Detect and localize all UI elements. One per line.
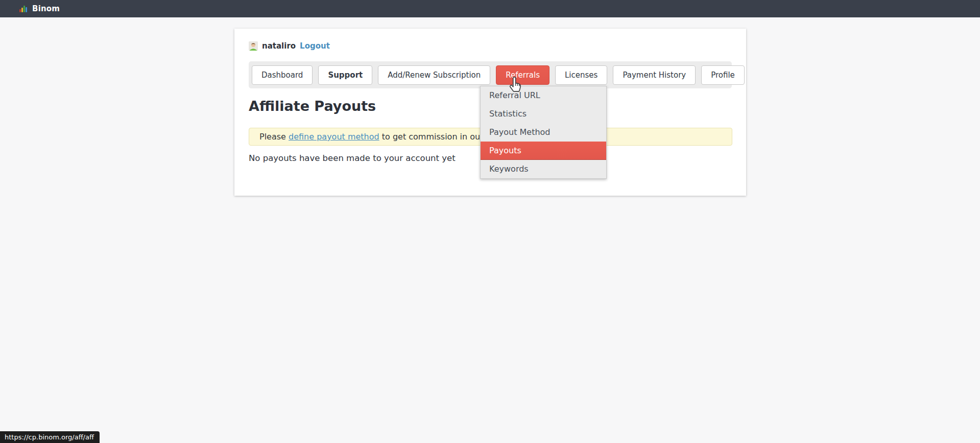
status-bar-url: https://cp.binom.org/aff/aff <box>0 431 100 443</box>
menu-item-keywords[interactable]: Keywords <box>481 160 606 178</box>
user-row: nataliro Logout <box>249 41 330 51</box>
notice-text-prefix: Please <box>259 132 289 142</box>
menu-item-payout-method[interactable]: Payout Method <box>481 123 606 142</box>
nav-tabs: DashboardSupportAdd/Renew SubscriptionRe… <box>249 61 732 88</box>
tab-profile[interactable]: Profile <box>701 65 745 85</box>
tab-referrals[interactable]: Referrals <box>496 65 549 85</box>
content-card: nataliro Logout DashboardSupportAdd/Rene… <box>234 29 746 196</box>
tab-add-renew-subscription[interactable]: Add/Renew Subscription <box>378 65 490 85</box>
binom-logo-barchart-icon <box>19 6 27 12</box>
topbar: Binom <box>0 0 980 17</box>
logout-link[interactable]: Logout <box>300 41 330 51</box>
menu-item-referral-url[interactable]: Referral URL <box>481 86 606 105</box>
empty-payouts-message: No payouts have been made to your accoun… <box>249 153 456 163</box>
define-payout-method-link[interactable]: define payout method <box>289 132 379 142</box>
menu-item-statistics[interactable]: Statistics <box>481 105 606 123</box>
tab-licenses[interactable]: Licenses <box>555 65 607 85</box>
referrals-dropdown-menu: Referral URLStatisticsPayout MethodPayou… <box>480 86 607 179</box>
brand-name: Binom <box>32 4 60 13</box>
menu-item-payouts[interactable]: Payouts <box>481 142 606 160</box>
tab-dashboard[interactable]: Dashboard <box>252 65 313 85</box>
user-avatar <box>249 41 258 51</box>
tab-payment-history[interactable]: Payment History <box>613 65 696 85</box>
page-title: Affiliate Payouts <box>249 98 376 114</box>
tab-support[interactable]: Support <box>318 65 372 85</box>
username: nataliro <box>262 41 296 51</box>
